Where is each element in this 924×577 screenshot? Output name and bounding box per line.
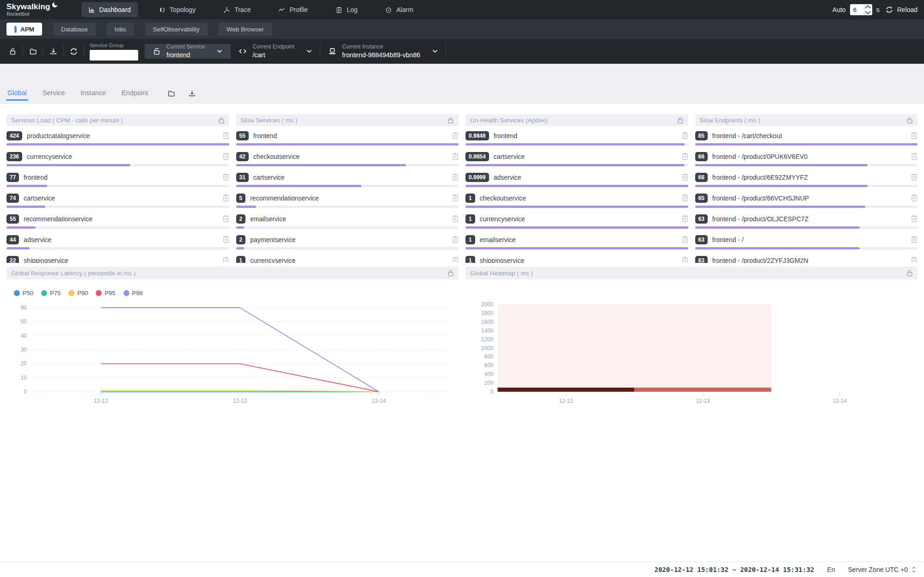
- metric-row-cartservice[interactable]: 74cartservice: [6, 193, 229, 208]
- metric-row-recommendationservice[interactable]: 55recommendationservice: [6, 214, 229, 229]
- copy-icon[interactable]: [223, 256, 229, 263]
- copy-icon[interactable]: [682, 173, 688, 181]
- metric-row-frontend[interactable]: 0.9846frontend: [465, 131, 688, 146]
- workspace-tab-database[interactable]: Database: [53, 23, 96, 36]
- legend-p90[interactable]: P90: [68, 290, 88, 297]
- auto-value-field[interactable]: [850, 6, 864, 13]
- copy-icon[interactable]: [911, 132, 918, 140]
- lock-icon[interactable]: [906, 117, 913, 124]
- tab-service[interactable]: Service: [43, 89, 65, 104]
- brand[interactable]: Skywalking Rocketbot: [6, 3, 58, 17]
- copy-icon[interactable]: [682, 236, 688, 243]
- copy-icon[interactable]: [911, 194, 918, 202]
- metric-row-frontend-product-0puk6v6ev0[interactable]: 66frontend - /product/0PUK6V6EV0: [695, 152, 918, 166]
- lock-icon[interactable]: [906, 270, 913, 277]
- metric-row-paymentservice[interactable]: 2paymentservice: [236, 235, 459, 249]
- copy-icon[interactable]: [223, 132, 229, 140]
- metric-row-checkoutservice[interactable]: 42checkoutservice: [236, 152, 459, 166]
- metric-row-frontend-cart-checkout[interactable]: 85frontend - /cart/checkout: [695, 131, 918, 146]
- copy-icon[interactable]: [452, 132, 459, 140]
- copy-icon[interactable]: [911, 236, 918, 243]
- reload-icon[interactable]: [886, 6, 893, 13]
- copy-icon[interactable]: [682, 256, 688, 263]
- legend-p75[interactable]: P75: [41, 290, 61, 297]
- metric-row-recommendationservice[interactable]: 5recommendationservice: [236, 193, 459, 208]
- copy-icon[interactable]: [223, 173, 229, 181]
- metric-row-checkoutservice[interactable]: 1checkoutservice: [465, 193, 688, 208]
- nav-log[interactable]: Log: [329, 2, 364, 17]
- lock-icon[interactable]: [447, 270, 454, 277]
- tab-instance[interactable]: Instance: [80, 89, 106, 104]
- workspace-tab-selfobservability[interactable]: SelfObservability: [145, 23, 208, 36]
- metric-row-frontend-product-66vchsjnup[interactable]: 65frontend - /product/66VCHSJNUP: [695, 193, 918, 208]
- copy-icon[interactable]: [452, 236, 459, 243]
- metric-row-cartservice[interactable]: 31cartservice: [236, 172, 459, 187]
- workspace-tab-apm[interactable]: APM: [6, 23, 42, 36]
- copy-icon[interactable]: [223, 152, 229, 160]
- copy-icon[interactable]: [682, 152, 688, 160]
- lock-icon[interactable]: [677, 117, 684, 124]
- nav-topology[interactable]: Topology: [152, 2, 202, 17]
- metric-row-frontend-product-2zyfj3gm2n[interactable]: 63frontend - /product/2ZYFJ3GM2N: [695, 255, 918, 263]
- metric-row-frontend-product-6e92zmyyfz[interactable]: 66frontend - /product/6E92ZMYYFZ: [695, 172, 918, 187]
- metric-row-cartservice[interactable]: 0.9854cartservice: [465, 152, 688, 166]
- metric-row-shippingservice[interactable]: 22shippingservice: [6, 255, 229, 263]
- copy-icon[interactable]: [452, 256, 459, 263]
- workspace-tab-web-browser[interactable]: Web Browser: [219, 23, 272, 36]
- reload-label[interactable]: Reload: [897, 6, 918, 13]
- copy-icon[interactable]: [452, 152, 459, 160]
- metric-row-adservice[interactable]: 0.9999adservice: [465, 172, 688, 187]
- download-icon[interactable]: [188, 90, 196, 97]
- selector-current-instance[interactable]: Current Instancefrontend-988494b89-vbn86: [320, 44, 446, 59]
- copy-icon[interactable]: [452, 215, 459, 223]
- language-toggle[interactable]: En: [827, 566, 835, 573]
- workspace-tab-istio[interactable]: Istio: [107, 23, 134, 36]
- legend-p50[interactable]: P50: [14, 290, 33, 297]
- nav-alarm[interactable]: Alarm: [378, 2, 420, 17]
- metric-row-frontend[interactable]: 77frontend: [6, 172, 229, 187]
- legend-p99[interactable]: P99: [123, 290, 143, 297]
- metric-row-emailservice[interactable]: 2emailservice: [236, 214, 459, 229]
- selector-current-service[interactable]: Current Servicefrontend: [145, 44, 231, 59]
- folder-icon[interactable]: [167, 90, 175, 97]
- copy-icon[interactable]: [223, 236, 229, 243]
- copy-icon[interactable]: [223, 194, 229, 202]
- copy-icon[interactable]: [682, 132, 688, 140]
- metric-row-adservice[interactable]: 44adservice: [6, 235, 229, 249]
- metric-row-currencyservice[interactable]: 1currencyservice: [465, 214, 688, 229]
- tool-refresh-icon[interactable]: [64, 45, 84, 57]
- copy-icon[interactable]: [223, 215, 229, 223]
- metric-row-productcatalogservice[interactable]: 424productcatalogservice: [6, 131, 229, 146]
- metric-row-shippingservice[interactable]: 1shippingservice: [465, 255, 688, 263]
- nav-profile[interactable]: Profile: [271, 2, 315, 17]
- service-group-input[interactable]: [90, 50, 138, 61]
- tool-download-icon[interactable]: [43, 45, 64, 57]
- nav-trace[interactable]: Trace: [216, 2, 257, 17]
- auto-stepper[interactable]: [864, 4, 871, 15]
- metric-row-currencyservice[interactable]: 236currencyservice: [6, 152, 229, 166]
- metric-row-emailservice[interactable]: 1emailservice: [465, 235, 688, 249]
- tab-endpoint[interactable]: Endpoint: [122, 89, 148, 104]
- lock-icon[interactable]: [218, 117, 225, 124]
- time-range[interactable]: 2020-12-12 15:01:32 ~ 2020-12-14 15:31:3…: [655, 566, 814, 573]
- zone-stepper[interactable]: [911, 566, 917, 573]
- tool-lock-icon[interactable]: [3, 45, 23, 57]
- metric-row-frontend[interactable]: 55frontend: [236, 131, 459, 146]
- nav-dashboard[interactable]: Dashboard: [81, 2, 138, 17]
- tab-global[interactable]: Global: [7, 89, 27, 104]
- copy-icon[interactable]: [911, 152, 918, 160]
- copy-icon[interactable]: [682, 215, 688, 223]
- metric-row-currencyservice[interactable]: 1currencyservice: [236, 255, 459, 263]
- metric-row-frontend[interactable]: 63frontend - /: [695, 235, 918, 249]
- copy-icon[interactable]: [911, 256, 918, 263]
- copy-icon[interactable]: [911, 173, 918, 181]
- copy-icon[interactable]: [452, 194, 459, 202]
- legend-p95[interactable]: P95: [96, 290, 115, 297]
- selector-current-endpoint[interactable]: Current Endpoint/cart: [231, 44, 320, 59]
- metric-row-frontend-product-oljcespc7z[interactable]: 63frontend - /product/OLJCESPC7Z: [695, 214, 918, 229]
- copy-icon[interactable]: [682, 194, 688, 202]
- lock-icon[interactable]: [447, 117, 454, 124]
- auto-interval-input[interactable]: [850, 4, 872, 15]
- copy-icon[interactable]: [911, 215, 918, 223]
- copy-icon[interactable]: [452, 173, 459, 181]
